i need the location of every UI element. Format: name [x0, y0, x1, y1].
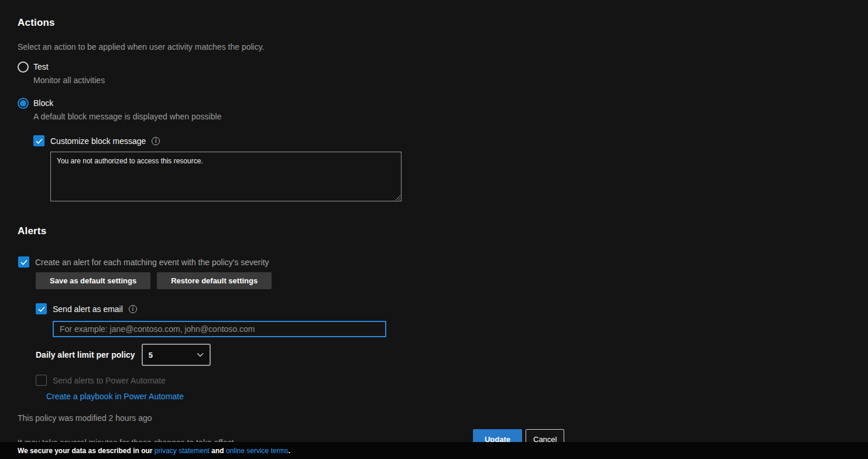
- chevron-down-icon: [197, 352, 204, 357]
- info-icon: i: [152, 137, 160, 145]
- block-message-textarea[interactable]: You are not authorized to access this re…: [50, 152, 402, 201]
- alert-email-input[interactable]: [53, 321, 386, 337]
- online-service-terms-link[interactable]: online service terms: [226, 447, 289, 455]
- radio-option-block[interactable]: Block: [18, 97, 868, 109]
- checkmark-icon: [20, 259, 28, 265]
- checkmark-icon: [38, 306, 45, 312]
- radio-option-test[interactable]: Test: [18, 61, 868, 73]
- policy-settings-page: Actions Select an action to be applied w…: [0, 0, 868, 447]
- checkbox-checked-icon[interactable]: [18, 256, 29, 268]
- policy-modified-status: This policy was modified 2 hours ago: [18, 413, 868, 423]
- actions-description: Select an action to be applied when user…: [18, 42, 868, 52]
- customize-block-message-label: Customize block message: [50, 136, 146, 146]
- save-default-settings-button[interactable]: Save as default settings: [36, 272, 150, 289]
- checkbox-unchecked-disabled-icon: [36, 375, 47, 386]
- footer-legal: We secure your data as described in our …: [0, 442, 868, 459]
- daily-alert-limit-value: 5: [149, 351, 153, 359]
- info-icon: i: [129, 305, 137, 313]
- radio-test-label: Test: [33, 61, 49, 72]
- send-alert-email-label: Send alert as email: [53, 304, 123, 314]
- daily-alert-limit-select[interactable]: 5: [142, 344, 211, 366]
- create-alert-checkbox[interactable]: Create an alert for each matching event …: [18, 256, 868, 268]
- footer-and-text: and: [210, 447, 226, 455]
- radio-test-description: Monitor all activities: [33, 76, 868, 85]
- send-alerts-power-automate-checkbox: Send alerts to Power Automate: [36, 375, 868, 386]
- create-alert-label: Create an alert for each matching event …: [35, 257, 269, 268]
- checkbox-checked-icon[interactable]: [33, 135, 44, 146]
- radio-block-label: Block: [33, 98, 53, 108]
- block-message-field-wrap: You are not authorized to access this re…: [50, 152, 402, 201]
- radio-block-description: A default block message is displayed whe…: [33, 112, 868, 121]
- privacy-statement-link[interactable]: privacy statement: [155, 447, 210, 455]
- default-settings-button-row: Save as default settings Restore default…: [36, 272, 868, 289]
- alerts-section-title: Alerts: [18, 225, 868, 238]
- send-alert-email-checkbox[interactable]: Send alert as email i: [36, 303, 868, 314]
- send-alerts-power-automate-label: Send alerts to Power Automate: [53, 375, 166, 386]
- checkmark-icon: [36, 138, 43, 144]
- radio-unselected-icon[interactable]: [18, 61, 29, 73]
- radio-selected-icon[interactable]: [18, 98, 29, 109]
- footer-period: .: [289, 447, 290, 455]
- create-playbook-link[interactable]: Create a playbook in Power Automate: [46, 392, 184, 401]
- restore-default-settings-button[interactable]: Restore default settings: [157, 272, 272, 289]
- daily-alert-limit-row: Daily alert limit per policy 5: [36, 344, 868, 366]
- checkbox-checked-icon[interactable]: [36, 303, 47, 314]
- actions-section-title: Actions: [18, 16, 868, 29]
- footer-secure-text: We secure your data as described in our: [18, 447, 155, 455]
- customize-block-message-checkbox[interactable]: Customize block message i: [33, 135, 868, 146]
- daily-alert-limit-label: Daily alert limit per policy: [36, 350, 135, 359]
